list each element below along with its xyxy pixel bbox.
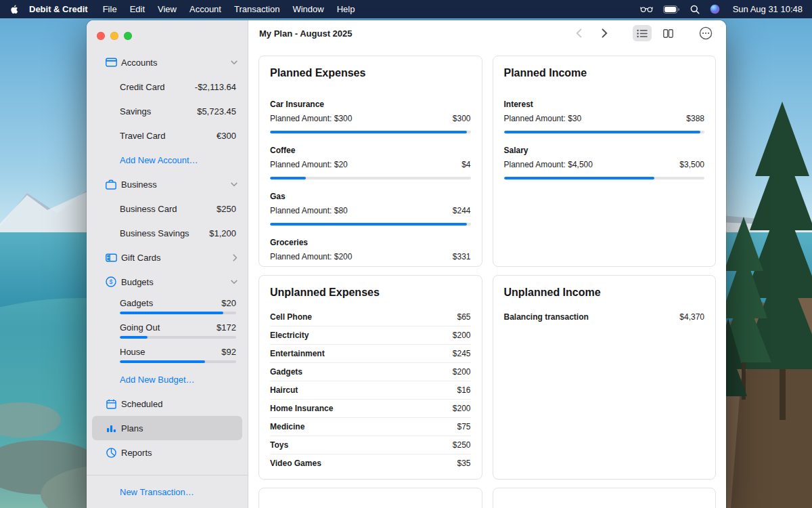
planned-amount-label: Planned Amount: $30 [504, 114, 582, 123]
unplanned-row-electricity[interactable]: Electricity $200 [270, 326, 471, 345]
budget-row-house[interactable]: House $92 [87, 343, 248, 367]
sidebar-group-gift-cards[interactable]: Gift Cards [87, 245, 248, 270]
unplanned-row-haircut[interactable]: Haircut $16 [270, 381, 471, 400]
menubar-clock[interactable]: Sun Aug 31 10:48 [733, 4, 803, 14]
planned-income-card: Planned Income Interest Planned Amount: … [493, 56, 717, 267]
window-toolbar: My Plan - August 2025 [248, 20, 726, 46]
battery-icon[interactable] [663, 5, 680, 14]
plan-entry-car-insurance[interactable]: Car Insurance Planned Amount: $300 $300 [270, 100, 471, 133]
add-new-account-link[interactable]: Add New Account… [87, 148, 248, 172]
card-title: Planned Income [504, 67, 705, 79]
budget-name: Gadgets [120, 298, 221, 308]
row-name: Balancing transaction [504, 312, 589, 322]
new-transaction-link[interactable]: New Transaction… [87, 475, 248, 508]
unplanned-row-entertainment[interactable]: Entertainment $245 [270, 345, 471, 363]
column-view-button[interactable] [658, 25, 677, 41]
unplanned-row-balancing-transaction[interactable]: Balancing transaction $4,370 [504, 308, 705, 326]
sidebar-group-accounts[interactable]: Accounts [87, 50, 248, 75]
account-row-business-savings[interactable]: Business Savings $1,200 [87, 221, 248, 245]
plan-entry-gas[interactable]: Gas Planned Amount: $80 $244 [270, 192, 471, 226]
actual-amount: $388 [686, 114, 704, 123]
account-name: Credit Card [120, 82, 195, 92]
unplanned-row-video-games[interactable]: Video Games $35 [270, 454, 471, 472]
apple-menu[interactable] [9, 4, 18, 15]
list-view-button[interactable] [633, 25, 652, 41]
menubar-app-name[interactable]: Debit & Credit [29, 4, 88, 14]
menu-account[interactable]: Account [189, 4, 221, 14]
entry-progress-bar [270, 223, 471, 226]
back-button[interactable] [569, 25, 588, 41]
glasses-icon[interactable] [640, 5, 653, 13]
forward-button[interactable] [595, 25, 614, 41]
calendar-icon [105, 399, 117, 409]
zoom-button[interactable] [124, 32, 132, 40]
group-label: Business [121, 179, 227, 190]
entry-progress-bar [270, 131, 471, 133]
plan-entry-salary[interactable]: Salary Planned Amount: $4,500 $3,500 [504, 146, 705, 179]
account-balance: €300 [217, 131, 236, 141]
spotlight-search-icon[interactable] [690, 5, 700, 14]
menu-window[interactable]: Window [292, 4, 323, 14]
unplanned-row-medicine[interactable]: Medicine $75 [270, 418, 471, 436]
entry-progress-bar [270, 177, 471, 179]
unplanned-row-gadgets[interactable]: Gadgets $200 [270, 363, 471, 381]
chevron-right-icon[interactable] [233, 254, 238, 261]
unplanned-row-home-insurance[interactable]: Home Insurance $200 [270, 400, 471, 418]
account-row-credit-card[interactable]: Credit Card -$2,113.64 [87, 75, 248, 99]
card-title: Unplanned Expenses [270, 287, 471, 299]
sidebar-scroll[interactable]: Accounts Credit Card -$2,113.64 Savings … [87, 50, 248, 475]
actual-amount: $244 [453, 206, 471, 215]
sidebar-group-business[interactable]: Business [87, 172, 248, 196]
sidebar-item-label: Plans [121, 423, 143, 433]
budget-progress-bar [120, 360, 236, 363]
account-row-savings[interactable]: Savings $5,723.45 [87, 99, 248, 123]
sidebar-item-scheduled[interactable]: Scheduled [92, 391, 242, 416]
row-amount: $65 [457, 312, 470, 322]
unplanned-row-cell-phone[interactable]: Cell Phone $65 [270, 308, 471, 326]
row-name: Home Insurance [270, 404, 333, 413]
credit-card-icon [105, 58, 117, 67]
svg-text:$: $ [109, 278, 112, 285]
chevron-down-icon[interactable] [231, 182, 238, 187]
chevron-down-icon[interactable] [231, 280, 238, 284]
sidebar-group-budgets[interactable]: $ Budgets [87, 270, 248, 294]
budget-name: House [120, 347, 221, 357]
budget-progress-bar [120, 336, 236, 339]
card-title: Unplanned Income [504, 287, 705, 299]
plan-content[interactable]: Planned Expenses Car Insurance Planned A… [248, 46, 726, 508]
account-balance: $1,200 [209, 228, 236, 238]
menu-help[interactable]: Help [337, 4, 355, 14]
budget-remaining: $92 [221, 347, 236, 357]
page-title: My Plan - August 2025 [259, 28, 353, 39]
siri-icon[interactable] [710, 4, 720, 14]
minimize-button[interactable] [110, 32, 118, 40]
account-name: Savings [120, 106, 197, 117]
entry-progress-bar [504, 177, 705, 179]
pie-chart-icon [105, 448, 117, 458]
plan-entry-coffee[interactable]: Coffee Planned Amount: $20 $4 [270, 146, 471, 179]
row-name: Entertainment [270, 349, 325, 358]
sidebar-item-reports[interactable]: Reports [92, 440, 242, 465]
menu-file[interactable]: File [103, 4, 117, 14]
close-button[interactable] [97, 32, 105, 40]
group-label: Accounts [121, 58, 227, 68]
budget-row-gadgets[interactable]: Gadgets $20 [87, 294, 248, 318]
account-row-business-card[interactable]: Business Card $250 [87, 196, 248, 221]
menu-view[interactable]: View [158, 4, 177, 14]
chevron-down-icon[interactable] [231, 60, 238, 65]
unplanned-row-toys[interactable]: Toys $250 [270, 436, 471, 454]
menu-transaction[interactable]: Transaction [234, 4, 279, 14]
account-name: Business Card [120, 204, 217, 214]
sidebar-item-plans[interactable]: Plans [92, 416, 242, 440]
account-row-travel-card[interactable]: Travel Card €300 [87, 123, 248, 148]
planned-amount-label: Planned Amount: $80 [270, 206, 348, 215]
next-card-stub [493, 488, 717, 508]
more-options-button[interactable] [696, 25, 715, 41]
menu-edit[interactable]: Edit [130, 4, 145, 14]
add-new-budget-link[interactable]: Add New Budget… [87, 367, 248, 391]
plan-entry-groceries[interactable]: Groceries Planned Amount: $200 $331 [270, 238, 471, 267]
row-amount: $245 [453, 349, 471, 358]
plan-entry-interest[interactable]: Interest Planned Amount: $30 $388 [504, 100, 705, 133]
group-label: Budgets [121, 277, 227, 287]
budget-row-going-out[interactable]: Going Out $172 [87, 318, 248, 343]
